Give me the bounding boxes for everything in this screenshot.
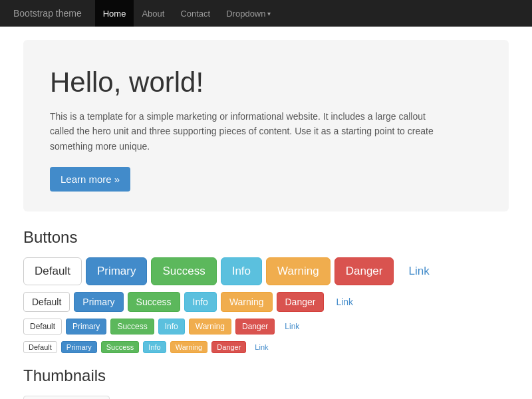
btn-link-md[interactable]: Link — [328, 293, 361, 311]
btn-info-xs[interactable]: Info — [143, 341, 166, 353]
navbar: Bootstrap theme Home About Contact Dropd… — [0, 0, 532, 27]
btn-default-sm[interactable]: Default — [23, 319, 62, 334]
btn-warning-xs[interactable]: Warning — [170, 341, 208, 353]
btn-default-xs[interactable]: Default — [23, 341, 57, 353]
thumbnail-image[interactable]: 200x200 — [23, 396, 110, 399]
btn-danger-xs[interactable]: Danger — [211, 341, 246, 353]
navbar-brand[interactable]: Bootstrap theme — [13, 8, 82, 19]
btn-link-lg[interactable]: Link — [398, 258, 440, 285]
learn-more-button[interactable]: Learn more » — [50, 167, 130, 192]
btn-success-md[interactable]: Success — [128, 292, 180, 312]
btn-info-lg[interactable]: Info — [221, 257, 262, 285]
btn-warning-lg[interactable]: Warning — [266, 257, 331, 285]
btn-danger-lg[interactable]: Danger — [334, 257, 394, 285]
thumbnails-section-title: Thumbnails — [23, 366, 509, 385]
btn-default-lg[interactable]: Default — [23, 257, 82, 285]
btn-primary-md[interactable]: Primary — [74, 292, 123, 312]
btn-primary-sm[interactable]: Primary — [66, 319, 106, 334]
btn-success-xs[interactable]: Success — [101, 341, 140, 353]
btn-danger-md[interactable]: Danger — [277, 292, 325, 312]
btn-primary-lg[interactable]: Primary — [86, 257, 148, 285]
nav-item-dropdown[interactable]: Dropdown ▾ — [218, 0, 279, 27]
hero-title: Hello, world! — [50, 66, 482, 98]
btn-info-md[interactable]: Info — [184, 292, 217, 312]
hero-description: This is a template for a simple marketin… — [50, 109, 449, 154]
button-row-xsmall: Default Primary Success Info Warning Dan… — [23, 341, 509, 353]
btn-link-sm[interactable]: Link — [279, 319, 305, 334]
btn-success-sm[interactable]: Success — [110, 319, 154, 334]
btn-primary-xs[interactable]: Primary — [61, 341, 97, 353]
button-row-large: Default Primary Success Info Warning Dan… — [23, 257, 509, 285]
hero-unit: Hello, world! This is a template for a s… — [23, 40, 509, 211]
btn-default-md[interactable]: Default — [23, 292, 70, 312]
nav-item-contact[interactable]: Contact — [172, 0, 218, 27]
thumbnails-section: Thumbnails 200x200 — [23, 366, 509, 399]
btn-info-sm[interactable]: Info — [158, 319, 185, 334]
btn-warning-md[interactable]: Warning — [221, 292, 273, 312]
nav-items: Home About Contact Dropdown ▾ — [95, 0, 279, 27]
button-row-small: Default Primary Success Info Warning Dan… — [23, 319, 509, 334]
dropdown-arrow-icon: ▾ — [267, 10, 271, 17]
button-row-medium: Default Primary Success Info Warning Dan… — [23, 292, 509, 312]
btn-link-xs[interactable]: Link — [250, 342, 273, 352]
main-container: Hello, world! This is a template for a s… — [13, 27, 519, 399]
buttons-section-title: Buttons — [23, 228, 509, 247]
btn-success-lg[interactable]: Success — [151, 257, 216, 285]
btn-danger-sm[interactable]: Danger — [235, 319, 275, 334]
nav-item-about[interactable]: About — [134, 0, 172, 27]
nav-item-home[interactable]: Home — [95, 0, 134, 27]
btn-warning-sm[interactable]: Warning — [189, 319, 231, 334]
buttons-section: Buttons Default Primary Success Info War… — [23, 228, 509, 353]
